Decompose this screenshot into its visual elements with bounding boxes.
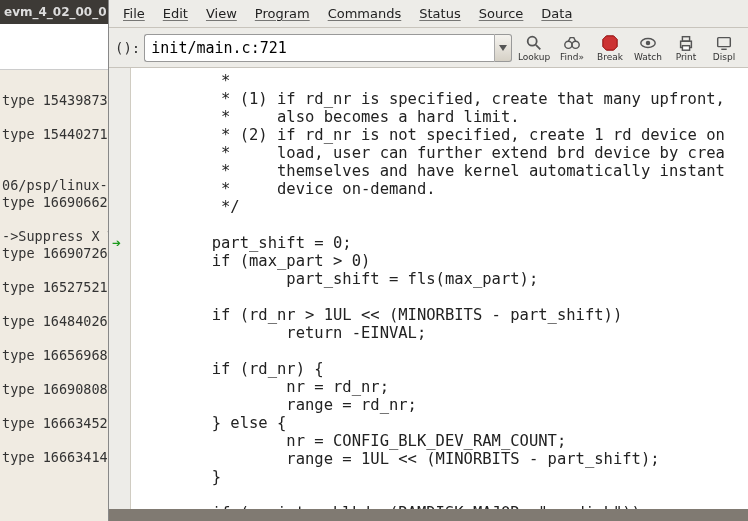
print-button[interactable]: Print (668, 33, 704, 63)
menu-program[interactable]: Program (247, 3, 318, 24)
find-label: Find» (560, 52, 584, 62)
terminal-blank-area (0, 24, 110, 70)
lookup-button[interactable]: Lookup (516, 33, 552, 63)
menu-file[interactable]: File (115, 3, 153, 24)
current-line-arrow-icon: ➔ (112, 234, 121, 252)
terminal-line: type 166908081 (2, 381, 110, 398)
watch-label: Watch (634, 52, 662, 62)
command-prompt-label: (): (115, 40, 140, 56)
svg-line-1 (536, 44, 541, 49)
terminal-line: ->Suppress X W (2, 228, 110, 245)
background-terminal: evm_4_02_00_0 type 154398731type 1544027… (0, 0, 110, 521)
find-button[interactable]: Find» (554, 33, 590, 63)
display-icon (715, 34, 733, 52)
chevron-down-icon (499, 45, 507, 51)
terminal-line: type 154398731 (2, 92, 110, 109)
terminal-line: type 154402711 (2, 126, 110, 143)
svg-marker-4 (603, 35, 617, 49)
svg-point-3 (572, 41, 579, 48)
terminal-line: type 166634521 (2, 415, 110, 432)
command-history-dropdown[interactable] (494, 34, 512, 62)
terminal-window-title: evm_4_02_00_0 (0, 0, 110, 24)
terminal-line (2, 432, 110, 449)
debugger-window: File Edit View Program Commands Status S… (108, 0, 748, 521)
terminal-line (2, 330, 110, 347)
svg-rect-10 (718, 37, 731, 46)
svg-point-2 (565, 41, 572, 48)
source-view[interactable]: ➔ * * (1) if rd_nr is specified, create … (109, 68, 748, 509)
stop-icon (601, 34, 619, 52)
source-gutter: ➔ (109, 68, 131, 509)
tool-bar: (): Lookup Find» Break Watch (109, 28, 748, 68)
terminal-line: type 166906621 (2, 194, 110, 211)
terminal-line (2, 143, 110, 160)
status-bar (109, 509, 748, 521)
terminal-line: type 164840261 (2, 313, 110, 330)
terminal-line: type 165275211 (2, 279, 110, 296)
display-label: Displ (713, 52, 735, 62)
terminal-line (2, 211, 110, 228)
display-button[interactable]: Displ (706, 33, 742, 63)
watch-button[interactable]: Watch (630, 33, 666, 63)
menu-data[interactable]: Data (533, 3, 580, 24)
svg-rect-9 (682, 45, 689, 50)
terminal-line: type 166569681 (2, 347, 110, 364)
terminal-line: type 166907261 (2, 245, 110, 262)
eye-icon (639, 34, 657, 52)
menu-view[interactable]: View (198, 3, 245, 24)
menu-commands[interactable]: Commands (320, 3, 410, 24)
terminal-line: 06/psp/linux-2 (2, 177, 110, 194)
menu-status[interactable]: Status (411, 3, 468, 24)
terminal-line: type 166634141 (2, 449, 110, 466)
print-label: Print (676, 52, 697, 62)
lookup-label: Lookup (518, 52, 550, 62)
terminal-output: type 154398731type 15440271106/psp/linux… (2, 92, 110, 466)
menu-edit[interactable]: Edit (155, 3, 196, 24)
terminal-line (2, 364, 110, 381)
svg-point-6 (646, 40, 651, 45)
menu-source[interactable]: Source (471, 3, 532, 24)
svg-rect-8 (682, 36, 689, 41)
terminal-line (2, 109, 110, 126)
break-label: Break (597, 52, 623, 62)
terminal-line (2, 160, 110, 177)
terminal-line (2, 262, 110, 279)
terminal-line (2, 296, 110, 313)
printer-icon (677, 34, 695, 52)
break-button[interactable]: Break (592, 33, 628, 63)
command-input-wrap (144, 34, 512, 62)
toolbar-buttons: Lookup Find» Break Watch Print Displ (516, 33, 742, 63)
command-input[interactable] (144, 34, 494, 62)
terminal-line (2, 398, 110, 415)
svg-point-0 (528, 36, 537, 45)
menu-bar: File Edit View Program Commands Status S… (109, 0, 748, 28)
source-code: * * (1) if rd_nr is specified, create th… (131, 68, 748, 509)
magnifier-icon (525, 34, 543, 52)
binoculars-icon (563, 34, 581, 52)
